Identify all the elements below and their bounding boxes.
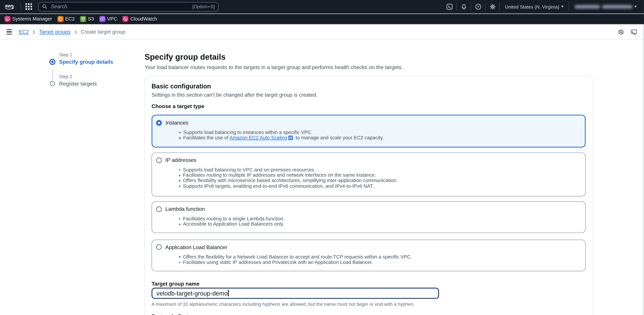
redacted-account-id <box>602 5 632 9</box>
step2-item[interactable]: Register targets <box>49 81 140 87</box>
favorite-label: CloudWatch <box>130 16 157 22</box>
breadcrumb-chevron-icon <box>32 30 36 34</box>
choose-target-type-label: Choose a target type <box>152 103 586 110</box>
region-label: United States (N. Virginia) <box>505 4 560 9</box>
step1-title: Specify group details <box>59 59 113 65</box>
cloudshell-panel-icon[interactable] <box>631 29 637 35</box>
page-title: Specify group details <box>144 52 594 62</box>
favorite-label: Systems Manager <box>12 16 52 22</box>
amazon-q-icon[interactable] <box>618 29 624 35</box>
redacted-account-name <box>575 5 600 9</box>
search-icon <box>42 4 47 9</box>
breadcrumb-current: Create target group <box>81 29 125 35</box>
region-selector[interactable]: United States (N. Virginia) ▼ <box>501 4 568 9</box>
target-type-tile-instances[interactable]: Instances Supports load balancing to ins… <box>152 115 586 148</box>
topbar-divider <box>485 3 486 11</box>
breadcrumb-link-target-groups[interactable]: Target groups <box>39 29 70 35</box>
topbar-divider <box>456 3 457 11</box>
step1-item[interactable]: Specify group details <box>49 59 140 65</box>
favorite-systems-manager[interactable]: Systems Manager <box>4 16 52 22</box>
cloudshell-icon[interactable] <box>443 0 456 14</box>
bullet-text: Supports load balancing to instances wit… <box>183 129 312 135</box>
target-group-name-value: velodb-target-group-demo <box>156 290 228 297</box>
bullet-text: Supports load balancing to VPC and on-pr… <box>183 167 315 173</box>
aws-console-window: aws [Option+S] <box>0 0 644 315</box>
step1-active-indicator-icon <box>49 59 56 65</box>
systems-manager-icon <box>4 16 11 22</box>
breadcrumb-link-ec2[interactable]: EC2 <box>19 29 29 35</box>
target-type-tile-ip-addresses[interactable]: IP addresses Supports load balancing to … <box>152 152 586 196</box>
topbar-divider <box>20 3 21 11</box>
bullet-text: Facilitates the use of <box>183 135 230 141</box>
favorite-s3[interactable]: S3 <box>80 16 94 22</box>
settings-gear-icon[interactable] <box>486 0 499 14</box>
search-shortcut: [Option+S] <box>192 4 215 9</box>
step1-label: Step 1 <box>59 52 140 58</box>
tile-label: Application Load Balancer <box>165 244 227 250</box>
external-link-icon <box>288 136 293 142</box>
bullet-text: Offers the flexibility for a Network Loa… <box>183 254 412 259</box>
notifications-bell-icon[interactable] <box>458 0 470 14</box>
chevron-down-icon: ▼ <box>634 5 636 8</box>
page-description: Your load balancer routes requests to th… <box>144 63 594 71</box>
target-group-name-hint: A maximum of 32 alphanumeric characters … <box>152 301 586 307</box>
favorite-cloudwatch[interactable]: CloudWatch <box>122 16 157 22</box>
target-type-tile-lambda[interactable]: Lambda function Facilitates routing to a… <box>152 201 586 233</box>
ec2-icon <box>58 16 64 22</box>
topbar-divider <box>471 3 471 11</box>
favorite-ec2[interactable]: EC2 <box>58 16 75 22</box>
basic-configuration-card: Basic configuration Settings in this sec… <box>144 76 593 315</box>
top-navigation-bar: aws [Option+S] <box>0 0 644 14</box>
favorite-vpc[interactable]: VPC <box>99 16 117 22</box>
bullet-text: Accessible to Application Load Balancers… <box>183 221 284 227</box>
cloudwatch-icon <box>122 16 129 22</box>
svg-text:?: ? <box>477 5 479 9</box>
favorite-label: S3 <box>88 16 94 22</box>
protocol-port-label: Protocol : Port <box>152 313 586 315</box>
bullet-text: Supports IPv6 targets, enabling end-to-e… <box>183 183 374 189</box>
topbar-divider <box>500 3 500 11</box>
main-content: Specify group details Your load balancer… <box>144 52 594 315</box>
target-group-name-input[interactable]: velodb-target-group-demo <box>152 287 439 298</box>
global-search[interactable]: [Option+S] <box>38 2 218 11</box>
tile-label: Instances <box>166 120 188 126</box>
bullet-text: Facilitates routing to a single Lambda f… <box>183 216 284 221</box>
favorite-label: VPC <box>107 16 117 22</box>
tile-label: Lambda function <box>165 206 205 212</box>
tile-label: IP addresses <box>165 157 196 163</box>
bullet-text: Facilitates using static IP addresses an… <box>183 259 373 265</box>
ip-addresses-radio[interactable] <box>156 157 162 163</box>
favorite-label: EC2 <box>65 16 75 22</box>
topbar-divider <box>568 3 569 11</box>
bullet-text: Facilitates routing to multiple IP addre… <box>183 172 376 178</box>
basic-configuration-title: Basic configuration <box>152 82 586 90</box>
account-menu[interactable]: ▼ <box>570 5 638 9</box>
scrollbar[interactable] <box>643 25 644 315</box>
step2-title: Register targets <box>59 81 97 87</box>
breadcrumb-bar: EC2 Target groups Create target group <box>0 25 644 40</box>
tile-bullets: Supports load balancing to VPC and on-pr… <box>156 167 580 189</box>
step-connector <box>52 70 53 84</box>
target-group-name-label: Target group name <box>152 280 586 287</box>
search-input[interactable] <box>50 3 192 10</box>
target-type-tile-alb[interactable]: Application Load Balancer Offers the fle… <box>152 239 586 271</box>
breadcrumb-chevron-icon <box>74 30 77 34</box>
lambda-radio[interactable] <box>156 206 162 212</box>
text-cursor <box>228 290 228 296</box>
ec2-auto-scaling-link[interactable]: Amazon EC2 Auto Scaling <box>230 135 287 141</box>
bullet-text: to manage and scale your EC2 capacity. <box>294 135 384 141</box>
step2-label: Step 2 <box>59 74 140 79</box>
instances-radio[interactable] <box>156 120 162 126</box>
alb-radio[interactable] <box>156 244 162 250</box>
app-grid-icon[interactable] <box>26 3 32 11</box>
vpc-icon <box>99 16 106 22</box>
breadcrumb: EC2 Target groups Create target group <box>19 25 125 40</box>
basic-configuration-subtitle: Settings in this section can't be change… <box>152 92 586 99</box>
favorites-bar: Systems Manager EC2 S3 <box>0 14 644 24</box>
help-icon[interactable]: ? <box>472 0 484 14</box>
chevron-down-icon: ▼ <box>561 5 563 8</box>
hamburger-menu-icon[interactable] <box>6 29 12 35</box>
wizard-steps-nav: Step 1 Specify group details Step 2 Regi… <box>49 52 140 87</box>
tile-bullets: Supports load balancing to instances wit… <box>156 130 579 142</box>
aws-logo[interactable]: aws <box>4 3 16 12</box>
